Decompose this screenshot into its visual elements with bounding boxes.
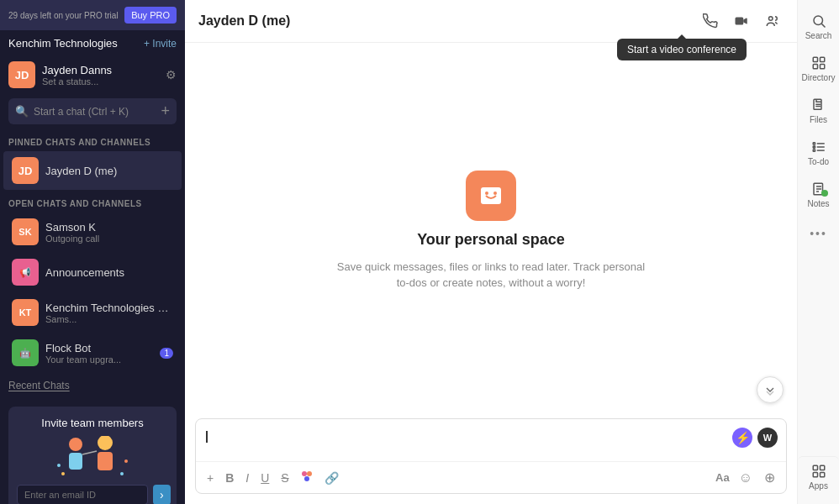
- chat-name: Flock Bot: [45, 342, 153, 354]
- svg-point-15: [307, 471, 312, 476]
- chat-item-samson[interactable]: SK Samson K Outgoing call: [3, 213, 182, 251]
- recent-chats-label[interactable]: Recent Chats: [0, 373, 185, 398]
- chat-sub: Your team upgra...: [45, 354, 153, 365]
- personal-space-icon: [466, 171, 516, 221]
- more-icon: •••: [810, 227, 827, 240]
- sidebar-item-more[interactable]: •••: [800, 220, 837, 247]
- svg-rect-36: [813, 465, 817, 470]
- text-format-icon[interactable]: Aa: [715, 471, 730, 484]
- svg-rect-3: [98, 452, 113, 470]
- invite-box: Invite team members ›: [8, 407, 177, 504]
- svg-point-12: [485, 192, 488, 195]
- gear-icon[interactable]: ⚙: [166, 68, 177, 81]
- svg-line-4: [82, 451, 97, 454]
- attach-icon[interactable]: +: [204, 469, 216, 487]
- bold-icon[interactable]: B: [223, 469, 236, 487]
- main-area: Jayden D (me): [185, 0, 797, 504]
- svg-line-18: [821, 24, 825, 27]
- personal-space-title: Your personal space: [417, 231, 565, 249]
- invite-email-input[interactable]: [17, 485, 148, 504]
- chat-name: Jayden D (me): [45, 165, 173, 177]
- directory-label: Directory: [802, 73, 836, 82]
- avatar: SK: [12, 218, 39, 245]
- avatar: JD: [8, 61, 35, 88]
- expand-button[interactable]: [757, 376, 784, 403]
- avatar: KT: [12, 299, 39, 326]
- svg-rect-22: [820, 65, 824, 69]
- notes-icon: [811, 181, 826, 197]
- video-button[interactable]: [730, 10, 753, 32]
- chat-item-kenchim-hub[interactable]: KT Kenchim Technologies Hub Sams...: [3, 293, 182, 332]
- chat-name: Kenchim Technologies Hub: [45, 302, 173, 314]
- user-status[interactable]: Set a status...: [42, 76, 159, 87]
- svg-rect-38: [813, 473, 817, 477]
- buy-button[interactable]: Buy PRO: [124, 7, 177, 24]
- avatar: JD: [12, 157, 39, 184]
- add-people-button[interactable]: [762, 10, 784, 32]
- svg-point-2: [98, 436, 113, 450]
- svg-point-7: [61, 472, 65, 475]
- color-icon[interactable]: [298, 468, 315, 487]
- svg-rect-21: [813, 65, 817, 69]
- chat-name: Samson K: [45, 221, 173, 234]
- main-header: Jayden D (me): [185, 0, 797, 43]
- new-chat-icon[interactable]: +: [161, 102, 170, 120]
- message-input[interactable]: [196, 419, 786, 461]
- svg-point-17: [814, 16, 823, 25]
- notes-label: Notes: [807, 199, 829, 208]
- call-button[interactable]: [699, 10, 721, 32]
- pinned-chat-jayden[interactable]: JD Jayden D (me): [3, 151, 182, 190]
- avatar: 📢: [12, 259, 39, 286]
- main-body: Your personal space Save quick messages,…: [185, 43, 797, 418]
- apps-icon: [811, 464, 826, 479]
- personal-space-desc: Save quick messages, files or links to r…: [331, 259, 651, 291]
- w-icon[interactable]: W: [757, 428, 778, 448]
- pinned-section-label: PINNED CHATS AND CHANNELS: [0, 129, 185, 150]
- workspace-row: Kenchim Technologies + Invite: [0, 30, 185, 56]
- invite-illustration: [17, 436, 168, 478]
- unread-badge: 1: [160, 348, 173, 359]
- chat-name: Announcements: [45, 266, 173, 279]
- chat-sub: Outgoing call: [45, 234, 173, 244]
- avatar: 🤖: [12, 339, 39, 366]
- chat-item-flock-bot[interactable]: 🤖 Flock Bot Your team upgra... 1: [3, 333, 182, 372]
- svg-point-0: [69, 438, 82, 451]
- invite-button[interactable]: + Invite: [144, 38, 177, 50]
- notes-dot: [821, 190, 828, 197]
- link-icon[interactable]: 🔗: [322, 469, 341, 487]
- search-bar[interactable]: 🔍 Start a chat (Ctrl + K) +: [8, 98, 177, 124]
- svg-rect-19: [813, 57, 817, 61]
- svg-rect-37: [820, 465, 824, 470]
- svg-point-16: [304, 476, 309, 481]
- underline-icon[interactable]: U: [258, 469, 272, 487]
- search-icon: [811, 13, 826, 29]
- left-sidebar: 29 days left on your PRO trial Buy PRO K…: [0, 0, 185, 504]
- chat-sub: Sams...: [45, 314, 173, 324]
- user-name: Jayden Danns: [42, 64, 159, 76]
- strikethrough-icon[interactable]: S: [278, 469, 291, 487]
- sidebar-item-files[interactable]: Files: [800, 91, 837, 131]
- todo-icon: [811, 139, 826, 155]
- invite-input-row: ›: [17, 485, 168, 504]
- attachment-icon[interactable]: ⊕: [762, 467, 778, 488]
- sidebar-item-apps[interactable]: Apps: [798, 456, 839, 497]
- chat-item-announcements[interactable]: 📢 Announcements: [3, 253, 182, 291]
- sidebar-item-notes[interactable]: Notes: [800, 175, 837, 215]
- invite-submit-button[interactable]: ›: [153, 485, 171, 504]
- svg-rect-20: [820, 57, 824, 61]
- sidebar-item-todo[interactable]: To-do: [800, 133, 837, 173]
- video-tooltip: Start a video conference: [617, 39, 747, 60]
- bolt-icon[interactable]: ⚡: [732, 428, 752, 448]
- emoji-icon[interactable]: ☺: [736, 468, 755, 488]
- user-row: JD Jayden Danns Set a status... ⚙: [0, 56, 185, 93]
- workspace-name: Kenchim Technologies: [8, 37, 118, 50]
- sidebar-item-directory[interactable]: Directory: [800, 49, 837, 89]
- files-icon: [811, 97, 826, 113]
- apps-label: Apps: [809, 481, 828, 491]
- italic-icon[interactable]: I: [243, 469, 251, 487]
- svg-point-5: [57, 464, 61, 467]
- files-label: Files: [810, 115, 827, 124]
- sidebar-item-search[interactable]: Search: [800, 7, 837, 47]
- svg-rect-30: [813, 150, 815, 151]
- search-icon: 🔍: [15, 105, 29, 118]
